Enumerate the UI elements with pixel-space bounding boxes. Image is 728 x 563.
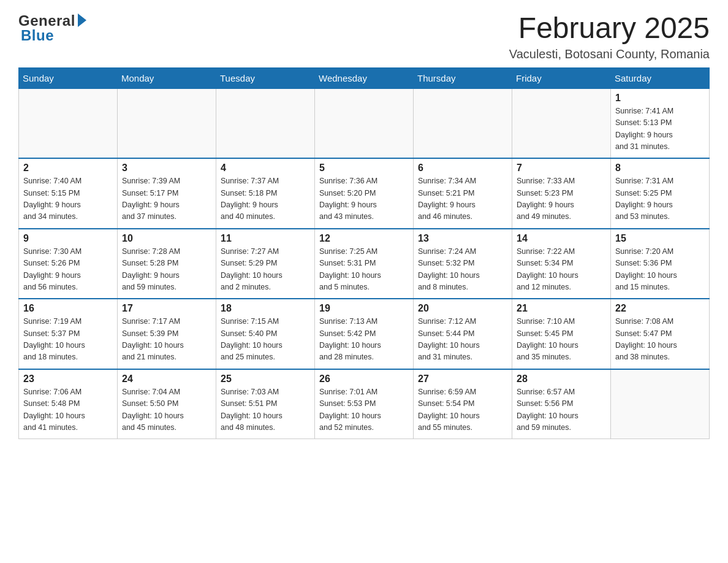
calendar-cell: 28Sunrise: 6:57 AMSunset: 5:56 PMDayligh… xyxy=(512,369,611,439)
day-info: Sunrise: 7:30 AMSunset: 5:26 PMDaylight:… xyxy=(23,246,113,294)
day-number: 8 xyxy=(615,163,705,174)
day-info: Sunrise: 7:33 AMSunset: 5:23 PMDaylight:… xyxy=(517,175,606,223)
day-info: Sunrise: 7:24 AMSunset: 5:32 PMDaylight:… xyxy=(418,246,507,294)
calendar-cell xyxy=(414,88,512,158)
calendar-cell: 4Sunrise: 7:37 AMSunset: 5:18 PMDaylight… xyxy=(216,158,315,229)
day-number: 9 xyxy=(23,233,113,244)
day-info: Sunrise: 7:04 AMSunset: 5:50 PMDaylight:… xyxy=(122,386,211,434)
calendar-cell: 18Sunrise: 7:15 AMSunset: 5:40 PMDayligh… xyxy=(216,299,315,369)
day-number: 16 xyxy=(23,303,113,314)
calendar-cell: 7Sunrise: 7:33 AMSunset: 5:23 PMDaylight… xyxy=(512,158,611,229)
calendar-cell: 24Sunrise: 7:04 AMSunset: 5:50 PMDayligh… xyxy=(118,369,216,439)
day-info: Sunrise: 7:19 AMSunset: 5:37 PMDaylight:… xyxy=(23,316,113,364)
day-info: Sunrise: 7:40 AMSunset: 5:15 PMDaylight:… xyxy=(23,175,113,223)
calendar-header-wednesday: Wednesday xyxy=(315,67,414,88)
calendar-cell: 22Sunrise: 7:08 AMSunset: 5:47 PMDayligh… xyxy=(611,299,710,369)
calendar-cell: 26Sunrise: 7:01 AMSunset: 5:53 PMDayligh… xyxy=(315,369,414,439)
calendar-cell xyxy=(118,88,216,158)
calendar-cell: 19Sunrise: 7:13 AMSunset: 5:42 PMDayligh… xyxy=(315,299,414,369)
calendar-header-sunday: Sunday xyxy=(19,67,118,88)
calendar-week-row: 2Sunrise: 7:40 AMSunset: 5:15 PMDaylight… xyxy=(19,158,710,229)
calendar-cell: 21Sunrise: 7:10 AMSunset: 5:45 PMDayligh… xyxy=(512,299,611,369)
calendar-week-row: 1Sunrise: 7:41 AMSunset: 5:13 PMDaylight… xyxy=(19,88,710,158)
calendar-cell: 5Sunrise: 7:36 AMSunset: 5:20 PMDaylight… xyxy=(315,158,414,229)
day-number: 27 xyxy=(418,373,507,385)
day-info: Sunrise: 7:31 AMSunset: 5:25 PMDaylight:… xyxy=(615,175,705,223)
day-number: 3 xyxy=(122,163,211,174)
calendar-cell: 25Sunrise: 7:03 AMSunset: 5:51 PMDayligh… xyxy=(216,369,315,439)
day-info: Sunrise: 7:34 AMSunset: 5:21 PMDaylight:… xyxy=(418,175,507,223)
day-number: 1 xyxy=(615,93,705,104)
day-info: Sunrise: 7:17 AMSunset: 5:39 PMDaylight:… xyxy=(122,316,211,364)
location-title: Vaculesti, Botosani County, Romania xyxy=(509,47,710,61)
day-number: 18 xyxy=(221,303,310,314)
day-number: 13 xyxy=(418,233,507,244)
day-number: 7 xyxy=(517,163,606,174)
day-number: 6 xyxy=(418,163,507,174)
calendar-cell: 23Sunrise: 7:06 AMSunset: 5:48 PMDayligh… xyxy=(19,369,118,439)
calendar-cell: 13Sunrise: 7:24 AMSunset: 5:32 PMDayligh… xyxy=(414,229,512,299)
day-info: Sunrise: 7:03 AMSunset: 5:51 PMDaylight:… xyxy=(221,386,310,434)
calendar-header-monday: Monday xyxy=(118,67,216,88)
day-info: Sunrise: 7:22 AMSunset: 5:34 PMDaylight:… xyxy=(517,246,606,294)
day-info: Sunrise: 7:28 AMSunset: 5:28 PMDaylight:… xyxy=(122,246,211,294)
day-info: Sunrise: 6:57 AMSunset: 5:56 PMDaylight:… xyxy=(517,386,606,434)
title-block: February 2025 Vaculesti, Botosani County… xyxy=(509,12,710,61)
day-info: Sunrise: 7:37 AMSunset: 5:18 PMDaylight:… xyxy=(221,175,310,223)
day-number: 24 xyxy=(122,373,211,385)
calendar-cell xyxy=(19,88,118,158)
calendar-cell: 2Sunrise: 7:40 AMSunset: 5:15 PMDaylight… xyxy=(19,158,118,229)
calendar-cell: 12Sunrise: 7:25 AMSunset: 5:31 PMDayligh… xyxy=(315,229,414,299)
calendar-cell: 15Sunrise: 7:20 AMSunset: 5:36 PMDayligh… xyxy=(611,229,710,299)
day-number: 19 xyxy=(319,303,409,314)
day-number: 28 xyxy=(517,373,606,385)
day-number: 5 xyxy=(319,163,409,174)
day-number: 21 xyxy=(517,303,606,314)
day-info: Sunrise: 7:13 AMSunset: 5:42 PMDaylight:… xyxy=(319,316,409,364)
logo-blue-text: Blue xyxy=(21,27,54,44)
day-number: 2 xyxy=(23,163,113,174)
day-info: Sunrise: 7:08 AMSunset: 5:47 PMDaylight:… xyxy=(615,316,705,364)
calendar-header-row: SundayMondayTuesdayWednesdayThursdayFrid… xyxy=(19,67,710,88)
calendar-cell xyxy=(216,88,315,158)
day-number: 17 xyxy=(122,303,211,314)
day-number: 25 xyxy=(221,373,310,385)
logo: General Blue xyxy=(18,12,86,44)
calendar-cell: 8Sunrise: 7:31 AMSunset: 5:25 PMDaylight… xyxy=(611,158,710,229)
day-number: 22 xyxy=(615,303,705,314)
day-number: 20 xyxy=(418,303,507,314)
page-header: General Blue February 2025 Vaculesti, Bo… xyxy=(18,12,710,61)
day-info: Sunrise: 7:10 AMSunset: 5:45 PMDaylight:… xyxy=(517,316,606,364)
day-number: 4 xyxy=(221,163,310,174)
calendar-cell xyxy=(315,88,414,158)
calendar-week-row: 23Sunrise: 7:06 AMSunset: 5:48 PMDayligh… xyxy=(19,369,710,439)
calendar-header-thursday: Thursday xyxy=(414,67,512,88)
day-number: 10 xyxy=(122,233,211,244)
calendar-header-saturday: Saturday xyxy=(611,67,710,88)
day-info: Sunrise: 7:20 AMSunset: 5:36 PMDaylight:… xyxy=(615,246,705,294)
day-number: 12 xyxy=(319,233,409,244)
day-info: Sunrise: 7:41 AMSunset: 5:13 PMDaylight:… xyxy=(615,105,705,153)
day-info: Sunrise: 7:06 AMSunset: 5:48 PMDaylight:… xyxy=(23,386,113,434)
logo-arrow-icon xyxy=(78,13,86,27)
calendar-cell: 1Sunrise: 7:41 AMSunset: 5:13 PMDaylight… xyxy=(611,88,710,158)
calendar-cell: 11Sunrise: 7:27 AMSunset: 5:29 PMDayligh… xyxy=(216,229,315,299)
calendar-cell: 16Sunrise: 7:19 AMSunset: 5:37 PMDayligh… xyxy=(19,299,118,369)
day-info: Sunrise: 7:15 AMSunset: 5:40 PMDaylight:… xyxy=(221,316,310,364)
day-number: 11 xyxy=(221,233,310,244)
calendar-cell: 6Sunrise: 7:34 AMSunset: 5:21 PMDaylight… xyxy=(414,158,512,229)
day-info: Sunrise: 7:36 AMSunset: 5:20 PMDaylight:… xyxy=(319,175,409,223)
calendar-header-friday: Friday xyxy=(512,67,611,88)
calendar-table: SundayMondayTuesdayWednesdayThursdayFrid… xyxy=(18,67,710,440)
month-title: February 2025 xyxy=(509,12,710,45)
calendar-cell xyxy=(611,369,710,439)
calendar-cell: 14Sunrise: 7:22 AMSunset: 5:34 PMDayligh… xyxy=(512,229,611,299)
day-number: 26 xyxy=(319,373,409,385)
day-number: 15 xyxy=(615,233,705,244)
calendar-cell xyxy=(512,88,611,158)
day-info: Sunrise: 7:01 AMSunset: 5:53 PMDaylight:… xyxy=(319,386,409,434)
calendar-cell: 20Sunrise: 7:12 AMSunset: 5:44 PMDayligh… xyxy=(414,299,512,369)
calendar-cell: 9Sunrise: 7:30 AMSunset: 5:26 PMDaylight… xyxy=(19,229,118,299)
calendar-cell: 10Sunrise: 7:28 AMSunset: 5:28 PMDayligh… xyxy=(118,229,216,299)
day-info: Sunrise: 7:12 AMSunset: 5:44 PMDaylight:… xyxy=(418,316,507,364)
